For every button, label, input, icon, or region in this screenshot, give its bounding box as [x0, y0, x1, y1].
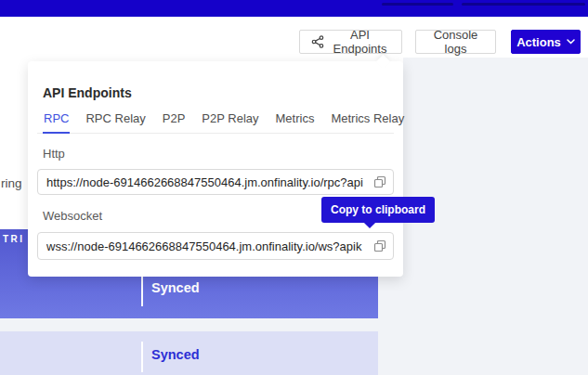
copy-icon[interactable] — [372, 239, 387, 253]
http-endpoint-field — [37, 169, 394, 195]
api-endpoints-popover: API Endpoints RPC RPC Relay P2P P2P Rela… — [28, 61, 403, 277]
tab-rpc[interactable]: RPC — [43, 111, 70, 134]
status-badge: Synced — [151, 280, 200, 295]
http-url-input[interactable] — [38, 170, 393, 194]
http-field-label: Http — [43, 147, 65, 161]
clipped-text-left: ring — [1, 176, 22, 190]
status-badge: Synced — [151, 347, 200, 362]
chevron-down-icon — [567, 39, 575, 45]
tab-p2p-relay[interactable]: P2P Relay — [201, 111, 259, 133]
console-logs-button[interactable]: Console logs — [415, 30, 496, 54]
copy-tooltip-label: Copy to clipboard — [331, 203, 425, 216]
tab-metrics[interactable]: Metrics — [275, 111, 316, 133]
clipped-row-label: TRI — [3, 234, 25, 244]
api-endpoints-button-label: API Endpoints — [330, 28, 390, 56]
websocket-field-label: Websocket — [43, 209, 102, 223]
tab-rpc-relay[interactable]: RPC Relay — [85, 111, 146, 133]
topbar-artifact — [382, 3, 453, 6]
table-row[interactable]: Synced — [0, 331, 378, 375]
actions-button[interactable]: Actions — [511, 30, 581, 54]
tab-p2p[interactable]: P2P — [162, 111, 187, 133]
app-screen: API Endpoints Console logs Actions ring … — [0, 0, 588, 375]
websocket-url-input[interactable] — [38, 233, 393, 259]
api-endpoints-button[interactable]: API Endpoints — [299, 30, 402, 54]
copy-tooltip: Copy to clipboard — [321, 197, 435, 223]
console-logs-button-label: Console logs — [427, 28, 484, 56]
top-blue-bar — [0, 0, 588, 17]
column-divider — [141, 276, 143, 306]
websocket-endpoint-field — [37, 232, 394, 260]
page-header: API Endpoints Console logs Actions — [0, 17, 588, 58]
topbar-artifact — [462, 3, 585, 6]
popover-title: API Endpoints — [43, 85, 132, 100]
column-divider — [141, 342, 143, 372]
share-icon — [311, 35, 324, 48]
copy-icon[interactable] — [372, 175, 387, 189]
actions-button-label: Actions — [516, 35, 561, 49]
endpoint-tabs: RPC RPC Relay P2P P2P Relay Metrics Metr… — [37, 109, 394, 134]
tab-metrics-relay[interactable]: Metrics Relay — [330, 111, 405, 133]
